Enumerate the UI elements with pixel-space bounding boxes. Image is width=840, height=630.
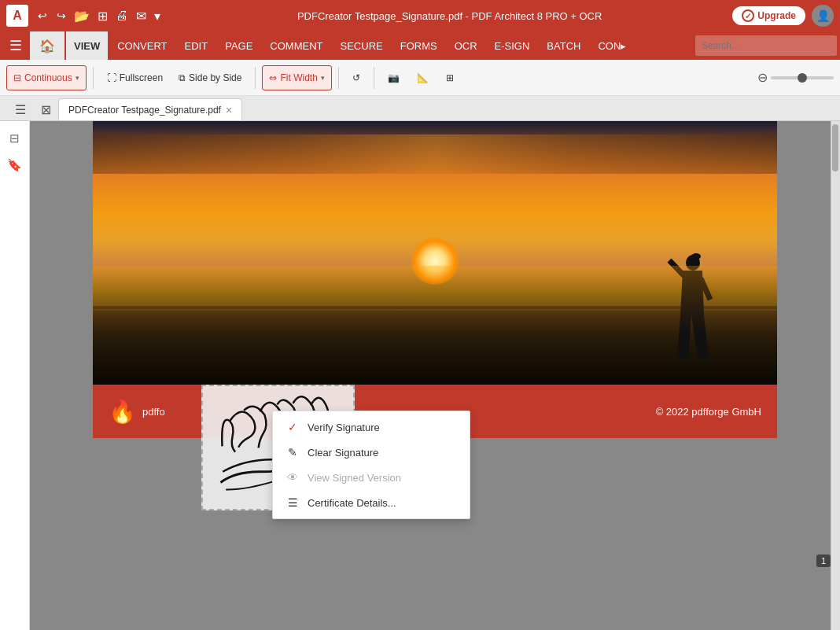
menu-item-convert[interactable]: CONVERT — [109, 31, 175, 60]
grid-button[interactable]: ⊞ — [439, 65, 461, 90]
zoom-out-icon[interactable]: ⊖ — [757, 70, 768, 85]
pdf-page: 🔥 pdffo © 2022 pdfforge GmbH — [93, 121, 777, 438]
ctx-clear-label: Clear Signature — [308, 447, 378, 459]
scrollbar[interactable] — [831, 121, 840, 630]
continuous-button[interactable]: ⊟ Continuous ▾ — [6, 65, 87, 90]
app-logo: A — [6, 5, 28, 27]
divider-2 — [255, 67, 256, 89]
titlebar: A ↩ ↪ 📂 ⊞ 🖨 ✉ ▾ PDFCreator Testpage_Sign… — [0, 0, 840, 31]
rotate-button[interactable]: ↺ — [345, 65, 367, 90]
page-number-badge: 1 — [816, 554, 831, 567]
divider-4 — [374, 67, 374, 89]
undo-redo-group: ↩ ↪ — [35, 8, 69, 24]
zoom-group: ⊖ — [757, 70, 834, 85]
context-menu: ✓ Verify Signature ✎ Clear Signature 👁 V… — [272, 411, 470, 519]
upgrade-button[interactable]: ✓ Upgrade — [732, 6, 805, 25]
view-signed-icon: 👁 — [286, 471, 300, 484]
menu-item-esign[interactable]: E-SIGN — [487, 31, 538, 60]
hamburger-menu[interactable]: ☰ — [3, 34, 28, 57]
sidebar-bookmark-icon[interactable]: 🔖 — [4, 154, 26, 176]
layout-group: ⛶ Fullscreen ⧉ Side by Side — [100, 65, 249, 90]
tabbar: ☰ ⊠ PDFCreator Testpage_Signature.pdf × — [0, 96, 840, 121]
certificate-icon: ☰ — [286, 496, 300, 509]
menu-item-batch[interactable]: BATCH — [539, 31, 588, 60]
open-icon[interactable]: 📂 — [74, 9, 90, 24]
upgrade-check-icon: ✓ — [742, 9, 754, 22]
measure-icon: 📐 — [417, 72, 429, 83]
ctx-view-signed-label: View Signed Version — [308, 472, 401, 484]
menu-item-page[interactable]: PAGE — [217, 31, 260, 60]
measure-button[interactable]: 📐 — [410, 65, 436, 90]
doc-tab-label: PDFCreator Testpage_Signature.pdf — [68, 105, 221, 116]
home-button[interactable]: 🏠 — [30, 31, 64, 60]
menu-item-ocr[interactable]: OCR — [447, 31, 485, 60]
grid-icon: ⊞ — [446, 72, 454, 83]
menu-item-more[interactable]: CON▸ — [590, 31, 634, 60]
pdf-viewer[interactable]: ✋ View ✏ Edit Ⓐ Select Text — [30, 121, 840, 630]
fullscreen-button[interactable]: ⛶ Fullscreen — [100, 65, 170, 90]
view-mode-group: ⊟ Continuous ▾ — [6, 65, 87, 90]
menu-item-forms[interactable]: FORMS — [392, 31, 445, 60]
tab-close-button[interactable]: × — [226, 104, 232, 116]
email-icon[interactable]: ✉ — [136, 9, 146, 24]
menu-item-edit[interactable]: EDIT — [177, 31, 216, 60]
svg-point-6 — [691, 253, 701, 260]
footer-brand-text: pdffo — [142, 406, 165, 418]
ctx-certificate-label: Certificate Details... — [308, 497, 396, 509]
menubar: ☰ 🏠 VIEW CONVERT EDIT PAGE COMMENT SECUR… — [0, 31, 840, 60]
flame-icon: 🔥 — [109, 399, 136, 425]
svg-line-3 — [701, 278, 710, 300]
menu-item-view[interactable]: VIEW — [66, 31, 108, 60]
toolbar: ⊟ Continuous ▾ ⛶ Fullscreen ⧉ Side by Si… — [0, 60, 840, 96]
fit-width-button[interactable]: ⇔ Fit Width ▾ — [262, 65, 331, 90]
ctx-clear-signature[interactable]: ✎ Clear Signature — [273, 440, 470, 465]
ctx-certificate-details[interactable]: ☰ Certificate Details... — [273, 490, 470, 515]
content-area: ⊟ 🔖 ✋ View ✏ Edit Ⓐ Select Text — [0, 121, 840, 630]
menu-item-secure[interactable]: SECURE — [333, 31, 391, 60]
screenshot-icon: 📷 — [388, 72, 400, 83]
rotate-icon: ↺ — [352, 72, 360, 83]
svg-marker-5 — [691, 315, 709, 359]
window-title: PDFCreator Testpage_Signature.pdf - PDF … — [167, 10, 732, 22]
document-tab[interactable]: PDFCreator Testpage_Signature.pdf × — [58, 98, 242, 120]
redo-button[interactable]: ↪ — [53, 8, 69, 24]
screenshot-button[interactable]: 📷 — [381, 65, 407, 90]
ctx-view-signed: 👁 View Signed Version — [273, 465, 470, 490]
user-avatar[interactable]: 👤 — [812, 5, 834, 27]
left-sidebar: ⊟ 🔖 — [0, 121, 30, 630]
fit-width-icon: ⇔ — [269, 72, 277, 83]
svg-marker-1 — [680, 271, 704, 315]
sunset-gradient — [93, 121, 777, 385]
person-silhouette — [663, 249, 714, 370]
zoom-slider[interactable]: ⊖ — [757, 70, 834, 85]
svg-line-2 — [669, 260, 684, 276]
sidebar-nav-icon[interactable]: ⊟ — [4, 127, 26, 149]
more-icon[interactable]: ▾ — [154, 9, 160, 24]
pages-icon[interactable]: ⊞ — [98, 9, 108, 24]
fit-width-arrow: ▾ — [321, 74, 325, 82]
continuous-icon: ⊟ — [13, 72, 21, 83]
sidebar-toggle-2[interactable]: ⊠ — [35, 98, 57, 120]
zoom-track[interactable] — [771, 76, 834, 79]
side-by-side-icon: ⧉ — [179, 72, 186, 83]
divider-1 — [93, 67, 94, 89]
footer-logo: 🔥 pdffo — [109, 399, 165, 425]
svg-marker-4 — [677, 315, 691, 359]
zoom-thumb[interactable] — [798, 73, 807, 83]
scrollbar-thumb[interactable] — [832, 124, 838, 171]
side-by-side-button[interactable]: ⧉ Side by Side — [171, 65, 249, 90]
verify-check-icon: ✓ — [286, 421, 300, 433]
print-icon[interactable]: 🖨 — [116, 9, 128, 23]
continuous-arrow: ▾ — [76, 74, 79, 82]
undo-button[interactable]: ↩ — [35, 8, 50, 24]
divider-3 — [338, 67, 339, 89]
footer-copyright: © 2022 pdfforge GmbH — [656, 406, 761, 418]
titlebar-icons: 📂 ⊞ 🖨 ✉ ▾ — [74, 9, 160, 24]
menu-item-comment[interactable]: COMMENT — [262, 31, 330, 60]
sunset-image — [93, 121, 777, 385]
ctx-verify-label: Verify Signature — [308, 422, 380, 433]
ctx-verify-signature[interactable]: ✓ Verify Signature — [273, 414, 470, 440]
fullscreen-icon: ⛶ — [107, 72, 116, 83]
search-input[interactable] — [695, 35, 837, 56]
sidebar-toggle-1[interactable]: ☰ — [9, 98, 31, 120]
